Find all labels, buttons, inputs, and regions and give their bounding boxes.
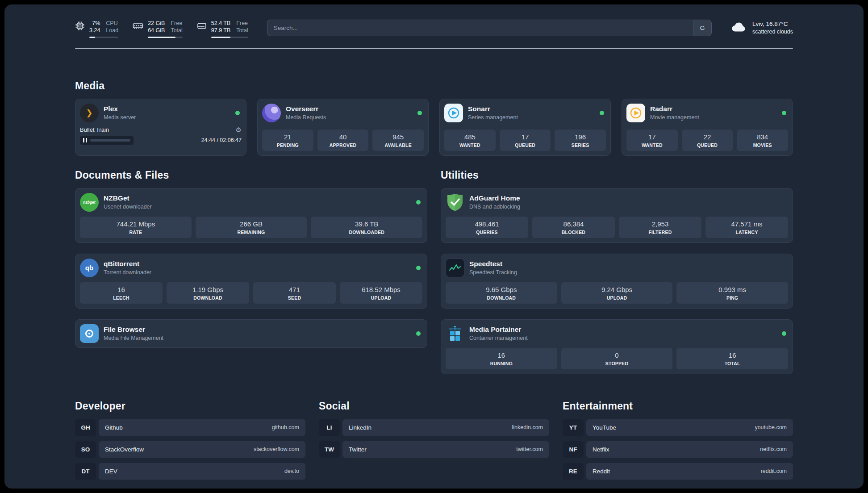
disk-progress-fill (211, 37, 230, 38)
stat-label: RUNNING (447, 361, 556, 366)
bookmark-link-netflix[interactable]: Netflix netflix.com (586, 441, 793, 458)
bookmark-link-reddit[interactable]: Reddit reddit.com (586, 463, 793, 480)
stat-tile: 471 SEED (253, 282, 336, 304)
stat-label: DOWNLOADED (312, 230, 421, 235)
bookmarks-entertainment: Entertainment YT YouTube youtube.com NF … (563, 400, 793, 485)
bookmark-name: Netflix (593, 446, 609, 453)
playback-progress-bar[interactable] (80, 136, 134, 145)
portainer-status-dot (782, 331, 786, 336)
search-provider-button[interactable]: G (693, 20, 712, 36)
linkedin-abbr-icon: LI (319, 419, 340, 436)
social-section-title: Social (319, 400, 549, 412)
header-divider (75, 48, 793, 49)
dev-abbr-icon: DT (75, 463, 96, 480)
bookmark-netflix: NF Netflix netflix.com (563, 441, 793, 458)
stat-value: 945 (374, 133, 422, 141)
cpu-icon (75, 20, 85, 38)
media-section-title: Media (75, 80, 793, 92)
pause-icon[interactable] (83, 138, 87, 142)
stat-tile: 0.993 ms PING (676, 282, 788, 304)
stat-label: TOTAL (678, 361, 787, 366)
bookmark-name: Github (105, 424, 123, 431)
bookmark-link-stackoverflow[interactable]: StackOverflow stackoverflow.com (99, 441, 305, 458)
card-sonarr[interactable]: Sonarr Series management 485 WANTED 17 Q… (439, 99, 611, 156)
resource-disk: 52.4 TB 97.9 TB Free Total (197, 20, 248, 38)
stat-value: 2,953 (620, 220, 700, 228)
bookmarks-social: Social LI LinkedIn linkedin.com TW Twitt… (319, 400, 549, 463)
filebrowser-subtitle: Media File Management (104, 335, 411, 341)
bookmark-url: stackoverflow.com (254, 446, 299, 452)
cpu-progress-fill (89, 37, 95, 38)
search-input[interactable] (267, 20, 693, 36)
stat-value: 485 (446, 133, 494, 141)
documents-section-title: Documents & Files (75, 169, 427, 181)
card-overseerr[interactable]: Overseerr Media Requests 21 PENDING 40 A… (257, 99, 429, 156)
section-documents-files: Documents & Files nzbget NZBGet Usenet d… (75, 169, 427, 374)
stat-tile: 16 RUNNING (446, 348, 557, 369)
bookmark-link-twitter[interactable]: Twitter twitter.com (342, 441, 549, 458)
bookmark-link-youtube[interactable]: YouTube youtube.com (586, 419, 793, 436)
bookmark-link-linkedin[interactable]: LinkedIn linkedin.com (342, 419, 549, 436)
card-radarr[interactable]: Radarr Movie management 17 WANTED 22 QUE… (622, 99, 793, 156)
stat-label: AVAILABLE (374, 142, 422, 148)
now-playing-title: Bullet Train (80, 126, 109, 133)
card-filebrowser[interactable]: File Browser Media File Management (75, 319, 427, 348)
stat-value: 0 (563, 351, 672, 359)
stat-value: 17 (501, 133, 550, 141)
speedtest-icon (446, 259, 464, 277)
portainer-subtitle: Container management (469, 335, 777, 341)
card-nzbget[interactable]: nzbget NZBGet Usenet downloader 744.21 M… (75, 188, 427, 243)
stat-tile: 2,953 FILTERED (619, 217, 701, 238)
card-plex[interactable]: ❯ Plex Media server Bullet Train ⚙ (75, 99, 246, 156)
resource-monitors: 7% 3.24 CPU Load (75, 20, 248, 38)
stat-label: DOWNLOAD (447, 295, 556, 301)
bookmark-url: reddit.com (761, 468, 787, 474)
reddit-abbr-icon: RE (563, 463, 584, 480)
adguard-icon (446, 193, 464, 212)
memory-progress-fill (148, 37, 175, 38)
card-qbittorrent[interactable]: qb qBittorrent Torrent downloader 16 LEE… (75, 254, 427, 309)
stat-label: SEED (255, 295, 334, 301)
portainer-icon (446, 324, 464, 343)
stat-label: PING (678, 295, 787, 301)
radarr-subtitle: Movie management (650, 114, 777, 121)
stat-label: REMAINING (197, 230, 306, 235)
radarr-icon (626, 104, 645, 122)
memory-total-label: Total (171, 27, 182, 34)
plex-now-playing-widget: Bullet Train ⚙ 24:44 / 02:06:47 (80, 126, 242, 145)
cpu-load-label: Load (106, 27, 118, 34)
stat-tile: 498,461 QUERIES (446, 217, 528, 238)
stat-tile: 266 GB REMAINING (196, 217, 307, 238)
stat-value: 266 GB (197, 220, 306, 228)
stat-tile: 0 STOPPED (561, 348, 673, 369)
overseerr-status-dot (417, 111, 422, 115)
stat-tile: 47.571 ms LATENCY (705, 217, 788, 238)
card-portainer[interactable]: Media Portainer Container management 16 … (441, 319, 793, 374)
card-adguard[interactable]: AdGuard Home DNS and adblocking 498,461 … (441, 188, 793, 243)
stat-label: APPROVED (319, 142, 367, 148)
stat-label: BLOCKED (534, 230, 613, 235)
disk-progress-track (211, 37, 248, 38)
cpu-usage-value: 7% (89, 20, 100, 27)
stat-label: LATENCY (707, 230, 787, 235)
overseerr-title: Overseerr (286, 105, 413, 113)
disk-icon (197, 20, 207, 38)
weather-widget[interactable]: Lviv, 16.87°C scattered clouds (730, 20, 793, 35)
stat-value: 618.52 Mbps (341, 286, 421, 293)
card-speedtest[interactable]: Speedtest Speedtest Tracking 9.65 Gbps D… (441, 254, 793, 309)
gear-icon[interactable]: ⚙ (236, 126, 242, 133)
stackoverflow-abbr-icon: SO (75, 441, 96, 458)
qbittorrent-status-dot (416, 266, 421, 270)
stat-value: 40 (319, 133, 367, 141)
sonarr-status-dot (600, 111, 604, 115)
bookmark-link-dev[interactable]: DEV dev.to (99, 463, 305, 480)
stat-value: 9.65 Gbps (447, 286, 556, 293)
bookmark-link-github[interactable]: Github github.com (99, 419, 305, 436)
memory-free-value: 22 GiB (148, 20, 165, 27)
resource-memory: 22 GiB 64 GiB Free Total (133, 20, 183, 38)
stat-label: QUEUED (501, 142, 550, 148)
cpu-load-value: 3.24 (89, 27, 100, 34)
stat-tile: 9.24 Gbps UPLOAD (561, 282, 673, 304)
radarr-title: Radarr (650, 105, 777, 113)
bookmark-name: LinkedIn (349, 424, 371, 431)
